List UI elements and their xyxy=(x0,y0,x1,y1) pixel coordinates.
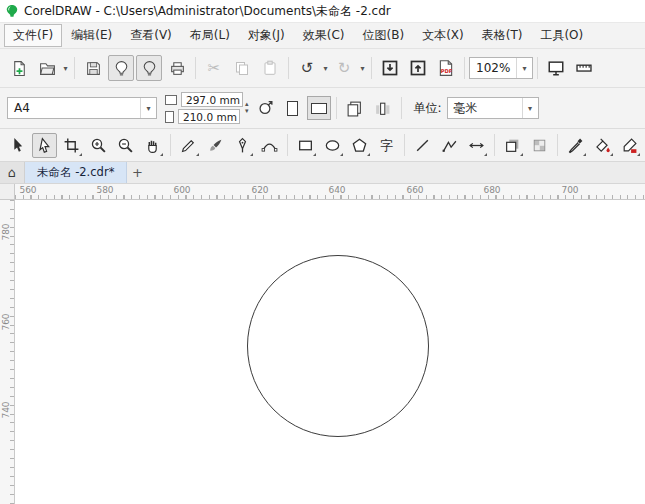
artistic-media-tool[interactable] xyxy=(203,133,228,158)
ruler-tick-label: 560 xyxy=(19,185,36,195)
paste-button[interactable] xyxy=(257,55,283,81)
menu-file[interactable]: 文件(F) xyxy=(4,24,62,47)
polygon-tool[interactable] xyxy=(347,133,372,158)
paste-icon xyxy=(262,60,278,76)
undo-button[interactable]: ↺ xyxy=(294,55,320,81)
print-button[interactable] xyxy=(164,55,190,81)
horizontal-ruler[interactable]: 560 580 600 620 640 660 680 700 xyxy=(0,184,645,200)
menu-edit[interactable]: 编辑(E) xyxy=(62,24,121,47)
eyedropper-tool[interactable] xyxy=(563,133,588,158)
polygon-icon xyxy=(351,137,368,154)
new-tab-button[interactable]: + xyxy=(127,162,147,183)
open-button[interactable] xyxy=(34,55,60,81)
ruler-origin-corner[interactable] xyxy=(0,184,15,199)
redo-button[interactable]: ↻ xyxy=(331,55,357,81)
menu-view[interactable]: 查看(V) xyxy=(121,24,181,47)
toolbar-separator xyxy=(464,57,465,79)
fullscreen-preview-button[interactable] xyxy=(543,55,569,81)
page-size-spinner[interactable]: ▴ ▾ xyxy=(245,101,249,115)
eyedropper-icon xyxy=(567,137,584,154)
ruler-tick-label: 600 xyxy=(173,185,190,195)
title-bar: CorelDRAW - C:\Users\Administrator\Docum… xyxy=(0,0,645,23)
interactive-fill-tool[interactable] xyxy=(590,133,615,158)
transparency-tool[interactable] xyxy=(527,133,552,158)
page-preset-combo[interactable]: A4 ▾ xyxy=(7,97,157,119)
shape-tool[interactable] xyxy=(32,133,57,158)
units-combo[interactable]: 毫米 ▾ xyxy=(447,97,539,119)
workspace: 780 760 740 xyxy=(0,200,645,504)
drop-shadow-tool[interactable] xyxy=(500,133,525,158)
pen-tool[interactable] xyxy=(230,133,255,158)
undo-dropdown-caret[interactable]: ▾ xyxy=(321,64,330,73)
copy-icon xyxy=(234,60,250,76)
home-tab-button[interactable]: ⌂ xyxy=(0,162,25,183)
text-tool[interactable]: 字 xyxy=(374,133,399,158)
freehand-tool[interactable] xyxy=(176,133,201,158)
polyline-tool[interactable] xyxy=(437,133,462,158)
show-rulers-button[interactable] xyxy=(571,55,597,81)
welcome-screen-button[interactable] xyxy=(108,55,134,81)
units-caret[interactable]: ▾ xyxy=(522,98,538,118)
b-spline-tool[interactable] xyxy=(257,133,282,158)
drawing-canvas[interactable] xyxy=(15,200,645,504)
menu-object[interactable]: 对象(J) xyxy=(239,24,294,47)
launcher-button[interactable] xyxy=(136,55,162,81)
outline-pen-tool[interactable] xyxy=(617,133,642,158)
menu-effects[interactable]: 效果(C) xyxy=(294,24,354,47)
copy-button[interactable] xyxy=(229,55,255,81)
export-button[interactable] xyxy=(405,55,431,81)
rulers-icon xyxy=(575,59,593,77)
rectangle-tool[interactable] xyxy=(293,133,318,158)
line-tool[interactable] xyxy=(410,133,435,158)
document-tab-active[interactable]: 未命名 -2.cdr* xyxy=(25,162,127,183)
zoom-in-tool[interactable] xyxy=(86,133,111,158)
ellipse-shape[interactable] xyxy=(247,255,429,437)
page-width-field[interactable]: 297.0 mm xyxy=(181,92,243,107)
menu-bitmaps[interactable]: 位图(B) xyxy=(354,24,414,47)
menu-table[interactable]: 表格(T) xyxy=(473,24,532,47)
zoom-dropdown-caret[interactable]: ▾ xyxy=(516,58,532,78)
pan-tool[interactable] xyxy=(140,133,165,158)
rectangle-icon xyxy=(297,137,314,154)
page-height-field[interactable]: 210.0 mm xyxy=(178,109,240,124)
menu-tools[interactable]: 工具(O) xyxy=(531,24,592,47)
export-icon xyxy=(409,59,427,77)
publish-pdf-button[interactable]: PDF xyxy=(433,55,459,81)
landscape-button[interactable] xyxy=(307,96,331,120)
menu-layout[interactable]: 布局(L) xyxy=(181,24,239,47)
ruler-tick-label: 580 xyxy=(96,185,113,195)
zoom-in-icon xyxy=(90,137,107,154)
all-pages-button[interactable] xyxy=(342,95,368,121)
page-preset-caret[interactable]: ▾ xyxy=(140,98,156,118)
vertical-ruler[interactable]: 780 760 740 xyxy=(0,200,15,504)
toolbar-separator xyxy=(74,57,75,79)
redo-dropdown-caret[interactable]: ▾ xyxy=(358,64,367,73)
save-button[interactable] xyxy=(80,55,106,81)
ruler-tick-label: 680 xyxy=(483,185,500,195)
zoom-level-combo[interactable]: 102% ▾ xyxy=(469,57,533,79)
dimension-tool[interactable] xyxy=(464,133,489,158)
pick-tool[interactable] xyxy=(5,133,30,158)
crop-tool[interactable] xyxy=(59,133,84,158)
ellipse-tool[interactable] xyxy=(320,133,345,158)
fullscreen-icon xyxy=(547,59,565,77)
text-tool-icon: 字 xyxy=(380,139,393,152)
menu-text[interactable]: 文本(X) xyxy=(413,24,473,47)
spinner-down-icon[interactable]: ▾ xyxy=(245,108,249,115)
fit-page-button[interactable] xyxy=(253,95,279,121)
cut-button[interactable]: ✂ xyxy=(201,55,227,81)
units-label: 单位: xyxy=(414,100,442,117)
open-dropdown-caret[interactable]: ▾ xyxy=(61,64,70,73)
transparency-checker-icon xyxy=(531,137,548,154)
pdf-icon: PDF xyxy=(437,59,455,77)
home-icon: ⌂ xyxy=(8,165,16,180)
zoom-out-tool[interactable] xyxy=(113,133,138,158)
coreldraw-logo-icon xyxy=(5,4,19,18)
current-page-button[interactable] xyxy=(370,95,396,121)
import-button[interactable] xyxy=(377,55,403,81)
toolbox-separator xyxy=(287,134,288,156)
portrait-button[interactable] xyxy=(281,96,305,120)
document-tab-bar: ⌂ 未命名 -2.cdr* + xyxy=(0,162,645,184)
new-document-button[interactable] xyxy=(6,55,32,81)
toolbar-separator xyxy=(371,57,372,79)
